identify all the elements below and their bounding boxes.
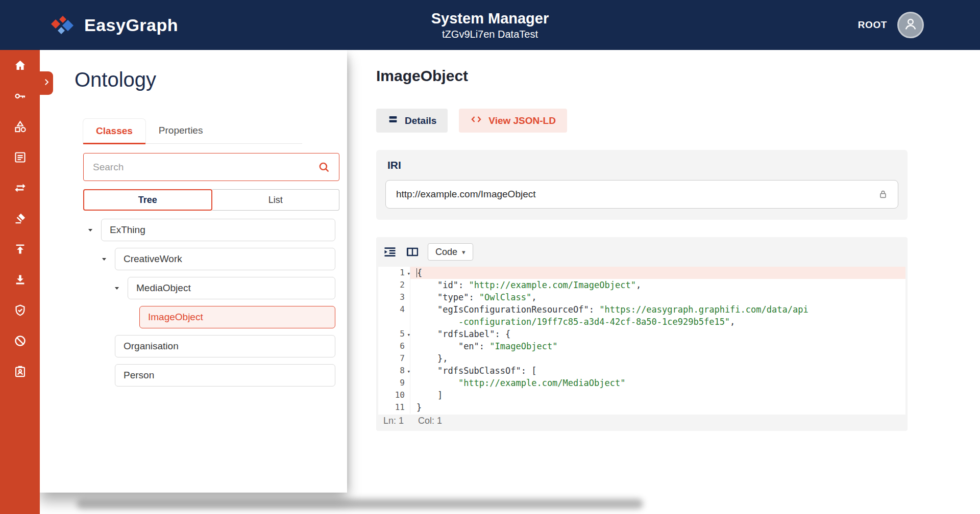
sidebar-item-restrictions[interactable] xyxy=(0,325,40,356)
sidebar-item-security[interactable] xyxy=(0,295,40,325)
code-text: { xyxy=(410,267,905,279)
tree-node-label[interactable]: Organisation xyxy=(115,335,335,357)
key-icon xyxy=(13,89,27,103)
code-line[interactable]: 6 "en": "ImageObject" xyxy=(378,340,905,352)
fold-caret-icon[interactable]: ▾ xyxy=(407,366,410,378)
user-avatar-button[interactable] xyxy=(897,12,924,38)
lock-icon xyxy=(877,189,889,200)
ontology-tabs: Classes Properties xyxy=(83,118,302,144)
code-line[interactable]: 4 "egIsConfigurationResourceOf": "https:… xyxy=(378,303,905,316)
home-icon xyxy=(13,59,27,72)
hammer-icon xyxy=(13,212,27,225)
code-line[interactable]: 3 "type": "OwlClass", xyxy=(378,291,905,303)
chevron-right-icon xyxy=(42,78,51,89)
toggle-list-button[interactable]: List xyxy=(212,189,340,211)
code-text: "rdfsLabel": { xyxy=(410,328,905,340)
brand[interactable]: EasyGraph xyxy=(48,0,178,50)
cursor-col-indicator: Col: 1 xyxy=(418,416,442,426)
caret-down-icon: ▾ xyxy=(462,248,465,256)
caret-down-icon[interactable] xyxy=(87,226,101,234)
code-text: "egIsConfigurationResourceOf": "https://… xyxy=(410,303,905,316)
line-number: 6 xyxy=(378,340,410,352)
code-line[interactable]: 5▾ "rdfsLabel": { xyxy=(378,328,905,340)
header-user-area: ROOT xyxy=(858,0,924,50)
tree-node-label[interactable]: ImageObject xyxy=(139,306,335,328)
tab-classes[interactable]: Classes xyxy=(83,118,146,143)
code-line[interactable]: -configuration/19ff7c85-a3d4-42cf-8a50-1… xyxy=(378,316,905,328)
line-number: 1▾ xyxy=(378,267,410,279)
block-icon xyxy=(13,334,27,348)
search-box xyxy=(83,153,339,181)
sidebar-item-accounts[interactable] xyxy=(0,356,40,387)
code-mode-dropdown[interactable]: Code ▾ xyxy=(428,243,473,261)
line-number: 9 xyxy=(378,377,410,389)
swap-arrows-icon xyxy=(13,181,27,195)
line-number: 10 xyxy=(378,389,410,401)
view-json-ld-label: View JSON-LD xyxy=(488,115,556,126)
tree-node-label[interactable]: Person xyxy=(115,364,335,387)
iri-label: IRI xyxy=(387,159,401,171)
line-number: 11 xyxy=(378,401,410,414)
app-title: System Manager xyxy=(431,10,549,27)
table-view-icon[interactable] xyxy=(405,245,420,259)
line-number: 4 xyxy=(378,303,410,316)
code-line[interactable]: 10 ] xyxy=(378,389,905,401)
easygraph-logo-icon xyxy=(48,14,76,36)
detail-panel: ImageObject Details View JSON-LD IRI xyxy=(347,50,980,514)
user-name: ROOT xyxy=(858,19,887,31)
format-indent-icon[interactable] xyxy=(383,245,397,259)
download-icon xyxy=(13,273,27,287)
code-line[interactable]: 1▾{ xyxy=(378,267,905,279)
tree-node-label[interactable]: MediaObject xyxy=(128,277,335,299)
sidebar-expand-button[interactable] xyxy=(40,71,53,95)
tree-node-label[interactable]: CreativeWork xyxy=(115,248,335,270)
iri-card: IRI xyxy=(376,150,908,220)
search-input[interactable] xyxy=(92,161,317,173)
code-brackets-icon xyxy=(470,113,482,128)
view-json-ld-button[interactable]: View JSON-LD xyxy=(459,109,567,133)
code-line[interactable]: 7 }, xyxy=(378,352,905,365)
class-tree: ExThingCreativeWorkMediaObjectImageObjec… xyxy=(40,219,347,423)
search-icon[interactable] xyxy=(317,161,331,174)
rows-icon xyxy=(387,114,399,127)
fold-caret-icon[interactable]: ▾ xyxy=(407,329,410,341)
sidebar-item-mappings[interactable] xyxy=(0,172,40,203)
sidebar-item-keys[interactable] xyxy=(0,81,40,111)
code-text: "rdfsSubClassOf": [ xyxy=(410,365,905,377)
tree-node-imageobject: ImageObject xyxy=(125,306,335,328)
caret-down-icon[interactable] xyxy=(113,285,128,292)
sidebar-item-import[interactable] xyxy=(0,264,40,295)
iri-value-input[interactable] xyxy=(395,188,877,200)
code-line[interactable]: 2 "id": "http://example.com/ImageObject"… xyxy=(378,279,905,291)
line-number xyxy=(378,316,410,328)
sidebar-item-forms[interactable] xyxy=(0,142,40,172)
json-editor-card: Code ▾ 1▾{2 "id": "http://example.com/Im… xyxy=(376,237,908,431)
tab-properties[interactable]: Properties xyxy=(146,118,216,143)
sidebar-item-tools[interactable] xyxy=(0,203,40,234)
code-text: "type": "OwlClass", xyxy=(410,291,905,303)
tree-node-organisation: Organisation xyxy=(101,335,335,357)
code-text: } xyxy=(410,401,905,414)
code-line[interactable]: 11} xyxy=(378,401,905,414)
app-subtitle: tZGv9Li7en DataTest xyxy=(431,29,549,40)
code-editor-content[interactable]: 1▾{2 "id": "http://example.com/ImageObje… xyxy=(378,267,905,415)
toggle-tree-button[interactable]: Tree xyxy=(83,189,212,211)
sidebar-item-shapes[interactable] xyxy=(0,111,40,142)
code-text: "en": "ImageObject" xyxy=(410,340,905,352)
horizontal-scrollbar-thumb[interactable] xyxy=(77,499,643,509)
cursor-line-indicator: Ln: 1 xyxy=(383,416,404,426)
line-number: 3 xyxy=(378,291,410,303)
fold-caret-icon[interactable]: ▾ xyxy=(407,268,410,280)
sidebar-item-home[interactable] xyxy=(0,50,40,81)
app-header: EasyGraph System Manager tZGv9Li7en Data… xyxy=(0,0,980,50)
line-number: 2 xyxy=(378,279,410,291)
code-line[interactable]: 8▾ "rdfsSubClassOf": [ xyxy=(378,365,905,377)
caret-down-icon[interactable] xyxy=(101,255,115,263)
code-line[interactable]: 9 "http://example.com/MediaObject" xyxy=(378,377,905,389)
sidebar-item-publish[interactable] xyxy=(0,234,40,264)
tree-node-person: Person xyxy=(101,364,335,387)
code-text: "http://example.com/MediaObject" xyxy=(410,377,905,389)
details-button[interactable]: Details xyxy=(376,109,448,133)
tree-node-label[interactable]: ExThing xyxy=(101,219,335,241)
form-list-icon xyxy=(13,150,27,164)
